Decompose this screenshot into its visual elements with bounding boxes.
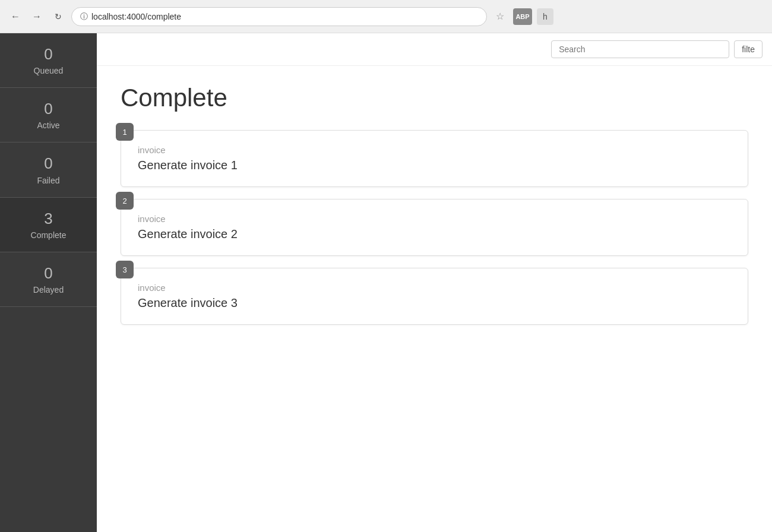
filter-button[interactable]: filte xyxy=(734,40,762,58)
delayed-label: Delayed xyxy=(33,285,64,294)
reload-button[interactable]: ↻ xyxy=(50,8,67,25)
active-count: 0 xyxy=(44,100,52,118)
active-label: Active xyxy=(37,121,59,130)
forward-button[interactable]: → xyxy=(29,8,45,25)
h-extension-button[interactable]: h xyxy=(537,8,553,25)
job-badge-2: 2 xyxy=(116,192,134,210)
content-area: Complete 1 invoice Generate invoice 1 2 … xyxy=(97,66,772,532)
job-name-3: Generate invoice 3 xyxy=(138,296,731,310)
delayed-count: 0 xyxy=(44,264,52,283)
complete-label: Complete xyxy=(31,230,67,240)
job-badge-3: 3 xyxy=(116,261,134,278)
info-icon: ⓘ xyxy=(80,11,88,22)
job-badge-1: 1 xyxy=(116,123,134,141)
failed-count: 0 xyxy=(44,154,52,173)
job-type-1: invoice xyxy=(138,145,731,155)
job-card-wrapper-2: 2 invoice Generate invoice 2 xyxy=(121,199,748,256)
sidebar-item-queued[interactable]: 0 Queued xyxy=(0,33,97,88)
back-button[interactable]: ← xyxy=(7,8,24,25)
page-title: Complete xyxy=(121,84,748,112)
job-name-1: Generate invoice 1 xyxy=(138,159,731,172)
toolbar: filte xyxy=(97,33,772,66)
failed-label: Failed xyxy=(37,176,59,185)
app-container: 0 Queued 0 Active 0 Failed 3 Complete 0 … xyxy=(0,33,772,532)
search-input[interactable] xyxy=(551,40,729,58)
job-card-2[interactable]: invoice Generate invoice 2 xyxy=(121,199,748,256)
sidebar-item-delayed[interactable]: 0 Delayed xyxy=(0,252,97,307)
sidebar-item-complete[interactable]: 3 Complete xyxy=(0,198,97,252)
job-card-3[interactable]: invoice Generate invoice 3 xyxy=(121,268,748,325)
browser-chrome: ← → ↻ ⓘ ☆ ABP h xyxy=(0,0,772,33)
sidebar-item-active[interactable]: 0 Active xyxy=(0,88,97,142)
queued-label: Queued xyxy=(34,66,64,75)
abp-extension-button[interactable]: ABP xyxy=(513,8,532,25)
bookmark-button[interactable]: ☆ xyxy=(492,8,508,25)
complete-count: 3 xyxy=(44,210,52,228)
address-bar: ⓘ xyxy=(71,7,487,26)
job-card-wrapper-1: 1 invoice Generate invoice 1 xyxy=(121,130,748,187)
sidebar-item-failed[interactable]: 0 Failed xyxy=(0,142,97,197)
main-content: filte Complete 1 invoice Generate invoic… xyxy=(97,33,772,532)
queued-count: 0 xyxy=(44,45,52,64)
url-input[interactable] xyxy=(91,12,478,21)
job-list: 1 invoice Generate invoice 1 2 invoice G… xyxy=(121,130,748,325)
job-card-wrapper-3: 3 invoice Generate invoice 3 xyxy=(121,268,748,325)
job-name-2: Generate invoice 2 xyxy=(138,227,731,241)
sidebar: 0 Queued 0 Active 0 Failed 3 Complete 0 … xyxy=(0,33,97,532)
job-type-2: invoice xyxy=(138,214,731,224)
job-type-3: invoice xyxy=(138,283,731,293)
job-card-1[interactable]: invoice Generate invoice 1 xyxy=(121,130,748,187)
